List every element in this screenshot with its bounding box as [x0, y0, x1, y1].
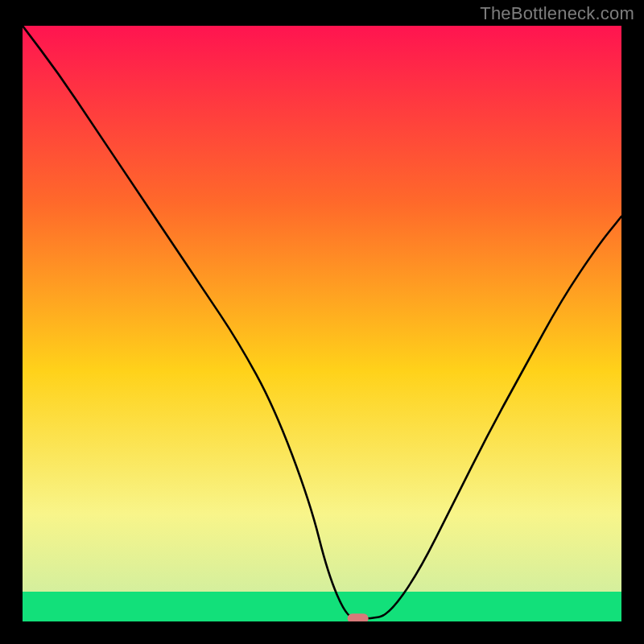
gradient-background — [23, 26, 621, 621]
optimal-marker — [348, 613, 369, 621]
green-band — [23, 592, 621, 621]
bottleneck-chart — [23, 26, 621, 621]
attribution-label: TheBottleneck.com — [480, 3, 634, 24]
